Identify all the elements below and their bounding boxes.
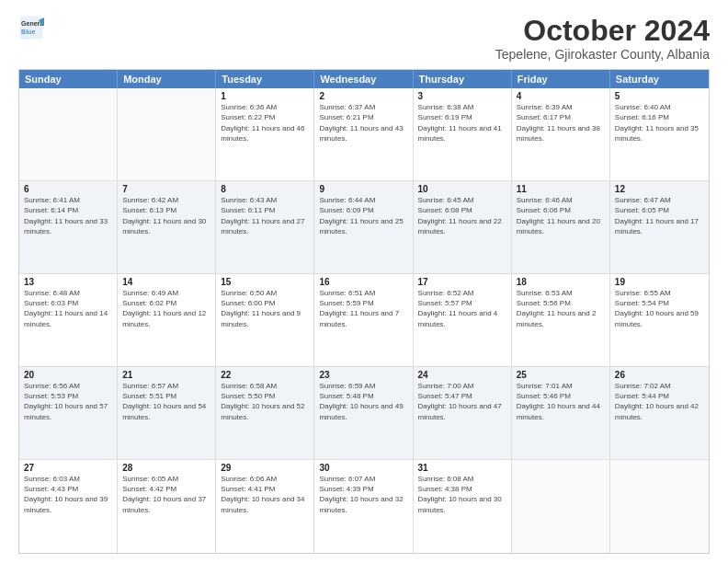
calendar-cell: 17Sunrise: 6:52 AM Sunset: 5:57 PM Dayli… xyxy=(414,274,512,366)
cell-info: Sunrise: 6:37 AM Sunset: 6:21 PM Dayligh… xyxy=(319,102,407,144)
cell-day-number: 16 xyxy=(319,277,407,287)
calendar-cell: 2Sunrise: 6:37 AM Sunset: 6:21 PM Daylig… xyxy=(314,88,413,180)
cell-info: Sunrise: 6:50 AM Sunset: 6:00 PM Dayligh… xyxy=(221,288,309,329)
calendar-cell: 1Sunrise: 6:36 AM Sunset: 6:22 PM Daylig… xyxy=(216,88,314,180)
calendar-row: 1Sunrise: 6:36 AM Sunset: 6:22 PM Daylig… xyxy=(19,88,709,181)
cell-info: Sunrise: 6:36 AM Sunset: 6:22 PM Dayligh… xyxy=(221,102,309,144)
cell-info: Sunrise: 6:49 AM Sunset: 6:02 PM Dayligh… xyxy=(122,288,210,329)
calendar-row: 13Sunrise: 6:48 AM Sunset: 6:03 PM Dayli… xyxy=(19,274,709,367)
calendar-cell: 12Sunrise: 6:47 AM Sunset: 6:05 PM Dayli… xyxy=(610,181,709,273)
title-block: October 2024 Tepelene, Gjirokaster Count… xyxy=(495,15,710,62)
cell-info: Sunrise: 7:00 AM Sunset: 5:47 PM Dayligh… xyxy=(418,381,506,422)
cell-day-number: 3 xyxy=(418,91,506,101)
day-header-wednesday: Wednesday xyxy=(314,70,413,88)
calendar-cell: 25Sunrise: 7:01 AM Sunset: 5:46 PM Dayli… xyxy=(512,367,610,459)
day-header-sunday: Sunday xyxy=(19,70,118,88)
cell-day-number: 18 xyxy=(517,277,605,287)
cell-info: Sunrise: 6:59 AM Sunset: 5:48 PM Dayligh… xyxy=(319,381,407,422)
calendar-cell: 28Sunrise: 6:05 AM Sunset: 4:42 PM Dayli… xyxy=(118,460,216,553)
day-header-thursday: Thursday xyxy=(414,70,512,88)
cell-day-number: 31 xyxy=(418,463,506,473)
calendar-cell: 6Sunrise: 6:41 AM Sunset: 6:14 PM Daylig… xyxy=(19,181,118,273)
day-header-saturday: Saturday xyxy=(610,70,709,88)
svg-text:Blue: Blue xyxy=(21,29,35,35)
calendar-cell: 8Sunrise: 6:43 AM Sunset: 6:11 PM Daylig… xyxy=(216,181,314,273)
cell-day-number: 21 xyxy=(122,370,210,380)
cell-day-number: 2 xyxy=(319,91,407,101)
cell-info: Sunrise: 6:46 AM Sunset: 6:06 PM Dayligh… xyxy=(517,195,605,236)
calendar-cell xyxy=(610,460,709,553)
header: General Blue October 2024 Tepelene, Gjir… xyxy=(18,15,710,62)
calendar: SundayMondayTuesdayWednesdayThursdayFrid… xyxy=(18,69,710,554)
calendar-cell: 29Sunrise: 6:06 AM Sunset: 4:41 PM Dayli… xyxy=(216,460,314,553)
cell-day-number: 17 xyxy=(418,277,506,287)
calendar-cell xyxy=(19,88,118,180)
day-headers: SundayMondayTuesdayWednesdayThursdayFrid… xyxy=(19,70,709,88)
calendar-cell: 7Sunrise: 6:42 AM Sunset: 6:13 PM Daylig… xyxy=(118,181,216,273)
cell-day-number: 19 xyxy=(615,277,704,287)
cell-day-number: 12 xyxy=(615,184,704,194)
cell-day-number: 15 xyxy=(221,277,309,287)
cell-info: Sunrise: 6:55 AM Sunset: 5:54 PM Dayligh… xyxy=(615,288,704,329)
day-header-monday: Monday xyxy=(118,70,216,88)
cell-info: Sunrise: 6:41 AM Sunset: 6:14 PM Dayligh… xyxy=(24,195,112,236)
calendar-cell: 20Sunrise: 6:56 AM Sunset: 5:53 PM Dayli… xyxy=(19,367,118,459)
calendar-cell: 15Sunrise: 6:50 AM Sunset: 6:00 PM Dayli… xyxy=(216,274,314,366)
calendar-cell: 16Sunrise: 6:51 AM Sunset: 5:59 PM Dayli… xyxy=(314,274,413,366)
cell-info: Sunrise: 6:56 AM Sunset: 5:53 PM Dayligh… xyxy=(24,381,112,422)
calendar-grid: 1Sunrise: 6:36 AM Sunset: 6:22 PM Daylig… xyxy=(19,88,709,553)
cell-info: Sunrise: 6:38 AM Sunset: 6:19 PM Dayligh… xyxy=(418,102,506,144)
calendar-cell: 4Sunrise: 6:39 AM Sunset: 6:17 PM Daylig… xyxy=(512,88,610,180)
cell-day-number: 4 xyxy=(517,91,605,101)
cell-info: Sunrise: 6:40 AM Sunset: 6:16 PM Dayligh… xyxy=(615,102,704,144)
cell-info: Sunrise: 6:57 AM Sunset: 5:51 PM Dayligh… xyxy=(122,381,210,422)
cell-info: Sunrise: 6:52 AM Sunset: 5:57 PM Dayligh… xyxy=(418,288,506,329)
location-title: Tepelene, Gjirokaster County, Albania xyxy=(495,47,710,62)
calendar-cell: 30Sunrise: 6:07 AM Sunset: 4:39 PM Dayli… xyxy=(314,460,413,553)
calendar-row: 6Sunrise: 6:41 AM Sunset: 6:14 PM Daylig… xyxy=(19,181,709,274)
cell-info: Sunrise: 6:08 AM Sunset: 4:38 PM Dayligh… xyxy=(418,474,506,515)
cell-info: Sunrise: 6:05 AM Sunset: 4:42 PM Dayligh… xyxy=(122,474,210,515)
cell-day-number: 11 xyxy=(517,184,605,194)
cell-info: Sunrise: 6:47 AM Sunset: 6:05 PM Dayligh… xyxy=(615,195,704,236)
cell-day-number: 30 xyxy=(319,463,407,473)
cell-info: Sunrise: 6:45 AM Sunset: 6:08 PM Dayligh… xyxy=(418,195,506,236)
calendar-cell: 22Sunrise: 6:58 AM Sunset: 5:50 PM Dayli… xyxy=(216,367,314,459)
cell-day-number: 22 xyxy=(221,370,309,380)
cell-day-number: 6 xyxy=(24,184,112,194)
page: General Blue October 2024 Tepelene, Gjir… xyxy=(0,0,728,563)
day-header-friday: Friday xyxy=(512,70,610,88)
cell-day-number: 8 xyxy=(221,184,309,194)
calendar-cell: 14Sunrise: 6:49 AM Sunset: 6:02 PM Dayli… xyxy=(118,274,216,366)
cell-info: Sunrise: 6:43 AM Sunset: 6:11 PM Dayligh… xyxy=(221,195,309,236)
logo: General Blue xyxy=(18,15,44,40)
logo-icon: General Blue xyxy=(18,15,44,40)
calendar-cell xyxy=(118,88,216,180)
cell-day-number: 7 xyxy=(122,184,210,194)
cell-day-number: 13 xyxy=(24,277,112,287)
calendar-row: 20Sunrise: 6:56 AM Sunset: 5:53 PM Dayli… xyxy=(19,367,709,460)
calendar-cell: 21Sunrise: 6:57 AM Sunset: 5:51 PM Dayli… xyxy=(118,367,216,459)
calendar-cell: 31Sunrise: 6:08 AM Sunset: 4:38 PM Dayli… xyxy=(414,460,512,553)
cell-info: Sunrise: 6:03 AM Sunset: 4:43 PM Dayligh… xyxy=(24,474,112,515)
calendar-cell: 26Sunrise: 7:02 AM Sunset: 5:44 PM Dayli… xyxy=(610,367,709,459)
cell-info: Sunrise: 6:42 AM Sunset: 6:13 PM Dayligh… xyxy=(122,195,210,236)
cell-info: Sunrise: 6:07 AM Sunset: 4:39 PM Dayligh… xyxy=(319,474,407,515)
svg-rect-0 xyxy=(20,17,43,40)
calendar-cell: 24Sunrise: 7:00 AM Sunset: 5:47 PM Dayli… xyxy=(414,367,512,459)
cell-info: Sunrise: 6:39 AM Sunset: 6:17 PM Dayligh… xyxy=(517,102,605,144)
cell-day-number: 20 xyxy=(24,370,112,380)
cell-day-number: 24 xyxy=(418,370,506,380)
day-header-tuesday: Tuesday xyxy=(216,70,314,88)
calendar-cell: 3Sunrise: 6:38 AM Sunset: 6:19 PM Daylig… xyxy=(414,88,512,180)
cell-day-number: 14 xyxy=(122,277,210,287)
cell-day-number: 25 xyxy=(517,370,605,380)
calendar-cell xyxy=(512,460,610,553)
cell-info: Sunrise: 6:06 AM Sunset: 4:41 PM Dayligh… xyxy=(221,474,309,515)
month-title: October 2024 xyxy=(495,15,710,47)
calendar-cell: 19Sunrise: 6:55 AM Sunset: 5:54 PM Dayli… xyxy=(610,274,709,366)
cell-day-number: 1 xyxy=(221,91,309,101)
cell-info: Sunrise: 6:44 AM Sunset: 6:09 PM Dayligh… xyxy=(319,195,407,236)
cell-day-number: 23 xyxy=(319,370,407,380)
calendar-cell: 13Sunrise: 6:48 AM Sunset: 6:03 PM Dayli… xyxy=(19,274,118,366)
